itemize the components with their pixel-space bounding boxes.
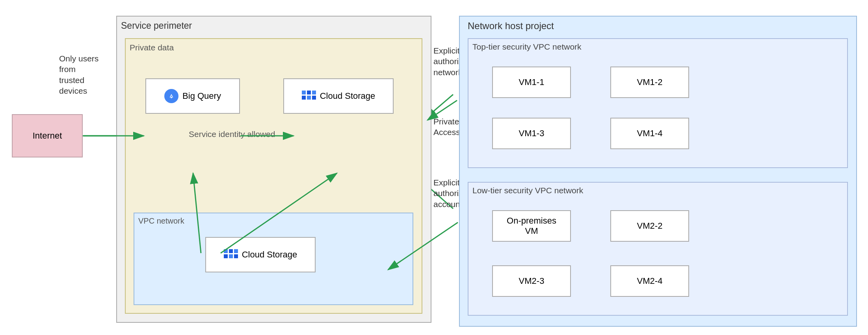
svg-point-9 (168, 93, 175, 100)
bigquery-icon (164, 89, 178, 103)
low-tier-label: Low-tier security VPC network (472, 186, 583, 195)
vm1-4-label: VM1-4 (637, 128, 663, 139)
top-tier-label: Top-tier security VPC network (472, 42, 582, 52)
service-identity-label: Service identity allowed (189, 130, 275, 139)
vm2-2-label: VM2-2 (637, 221, 663, 231)
cloud-storage-bottom-label: Cloud Storage (242, 250, 297, 260)
low-tier-vpc: Low-tier security VPC network On-premise… (468, 182, 848, 316)
svg-point-10 (171, 97, 172, 98)
bigquery-label: Big Query (182, 91, 221, 101)
cloud-storage-bottom-box: Cloud Storage (205, 237, 316, 272)
vm2-3-label: VM2-3 (519, 276, 545, 286)
vm1-2-label: VM1-2 (637, 77, 663, 87)
vm1-3-label: VM1-3 (519, 128, 545, 139)
top-tier-vpc: Top-tier security VPC network VM1-1 VM1-… (468, 38, 848, 168)
only-users-label: Only users from trusted devices (59, 53, 99, 96)
internet-box: Internet (12, 114, 83, 157)
network-host-label: Network host project (468, 20, 554, 31)
cloud-storage-top-label: Cloud Storage (320, 91, 375, 101)
vm2-4-box: VM2-4 (610, 265, 689, 297)
on-premises-vm-box: On-premisesVM (492, 210, 571, 242)
bigquery-box: Big Query (145, 78, 240, 114)
vm2-4-label: VM2-4 (637, 276, 663, 286)
service-perimeter: Service perimeter Private data Big Query (116, 16, 431, 323)
service-perimeter-label: Service perimeter (121, 20, 192, 31)
cloud-storage-top-box: Cloud Storage (283, 78, 394, 114)
vm1-2-box: VM1-2 (610, 67, 689, 98)
cloud-storage-bottom-icon (224, 249, 238, 260)
internet-label: Internet (33, 131, 62, 141)
vm1-4-box: VM1-4 (610, 118, 689, 149)
cloud-storage-top-icon (302, 91, 316, 102)
vm2-3-box: VM2-3 (492, 265, 571, 297)
vpc-network-label: VPC network (138, 217, 184, 226)
on-premises-vm-label: On-premisesVM (507, 216, 556, 237)
private-data-label: Private data (130, 43, 174, 52)
private-data-area: Private data Big Query (125, 38, 422, 314)
network-host-project: Network host project Top-tier security V… (459, 16, 857, 327)
diagram-container: Internet Only users from trusted devices… (0, 0, 868, 335)
vm1-1-label: VM1-1 (519, 77, 545, 87)
vm2-2-box: VM2-2 (610, 210, 689, 242)
vm1-3-box: VM1-3 (492, 118, 571, 149)
vpc-network-area: VPC network (134, 213, 413, 305)
vm1-1-box: VM1-1 (492, 67, 571, 98)
